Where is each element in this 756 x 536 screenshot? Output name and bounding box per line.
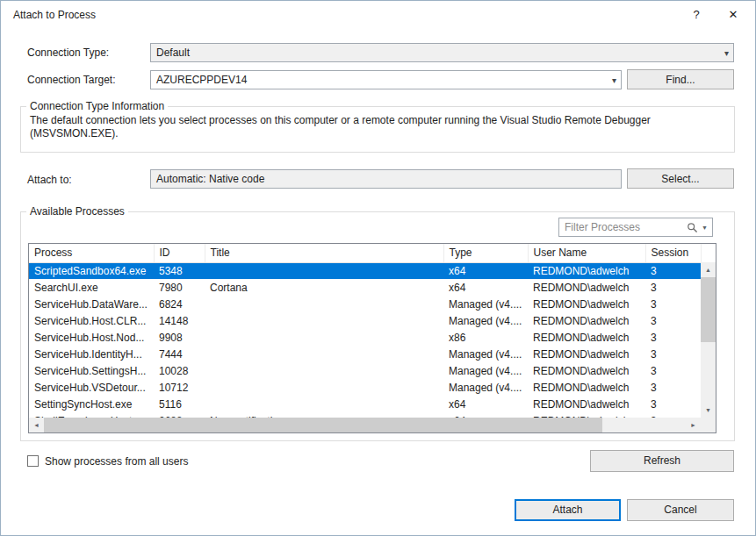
process-cell[interactable] (205, 312, 443, 329)
process-cell[interactable]: x64 (443, 279, 528, 296)
process-cell[interactable]: ServiceHub.Host.CLR... (29, 312, 154, 329)
process-cell[interactable]: 10712 (154, 379, 205, 396)
process-cell[interactable] (205, 346, 443, 362)
process-cell[interactable] (205, 262, 443, 279)
process-cell[interactable]: 5116 (154, 396, 205, 412)
process-cell[interactable]: ServiceHub.Host.Nod... (29, 329, 154, 346)
close-button[interactable]: ✕ (719, 1, 747, 28)
process-cell[interactable]: Managed (v4.... (443, 379, 528, 396)
process-cell[interactable]: REDMOND\adwelch (528, 312, 645, 329)
process-cell[interactable]: REDMOND\adwelch (528, 262, 645, 279)
connection-type-information-group: Connection Type Information The default … (20, 106, 735, 153)
process-cell[interactable]: 3 (645, 279, 701, 296)
connection-type-label: Connection Type: (27, 46, 109, 59)
process-cell[interactable]: ScriptedSandbox64.exe (29, 262, 154, 279)
help-button[interactable]: ? (682, 1, 710, 28)
show-all-users-checkbox[interactable] (27, 455, 39, 467)
search-icon[interactable] (685, 222, 700, 233)
process-cell[interactable]: x64 (443, 262, 528, 279)
process-cell[interactable]: SearchUI.exe (29, 279, 154, 296)
process-row[interactable]: ServiceHub.VSDetour...10712Managed (v4..… (29, 379, 701, 396)
process-cell[interactable]: 6824 (154, 296, 205, 312)
process-cell[interactable] (205, 362, 443, 379)
process-cell[interactable]: x86 (443, 329, 528, 346)
show-all-users-label[interactable]: Show processes from all users (45, 455, 188, 468)
process-cell[interactable]: ServiceHub.SettingsH... (29, 362, 154, 379)
process-row[interactable]: ServiceHub.SettingsH...10028Managed (v4.… (29, 362, 701, 379)
process-cell[interactable]: REDMOND\adwelch (528, 279, 645, 296)
process-cell[interactable]: 10028 (154, 362, 205, 379)
column-header-username[interactable]: User Name (528, 244, 645, 262)
process-row[interactable]: ScriptedSandbox64.exe5348x64REDMOND\adwe… (29, 262, 701, 279)
process-cell[interactable]: REDMOND\adwelch (528, 396, 645, 412)
scroll-left-button[interactable]: ◄ (29, 418, 44, 432)
connection-type-combobox[interactable]: Default ▾ (150, 43, 734, 62)
process-row[interactable]: SettingSyncHost.exe5116x64REDMOND\adwelc… (29, 396, 701, 412)
process-cell[interactable]: Cortana (205, 279, 443, 296)
column-header-process[interactable]: Process (29, 244, 154, 262)
process-cell[interactable]: 3 (645, 346, 701, 362)
process-cell[interactable] (205, 296, 443, 312)
process-cell[interactable]: REDMOND\adwelch (528, 329, 645, 346)
connection-target-input[interactable] (156, 74, 607, 86)
column-header-type[interactable]: Type (443, 244, 528, 262)
process-cell[interactable]: 5348 (154, 262, 205, 279)
filter-dropdown-icon[interactable]: ▼ (700, 225, 712, 231)
attach-to-field[interactable]: Automatic: Native code (150, 169, 622, 189)
process-cell[interactable]: REDMOND\adwelch (528, 296, 645, 312)
process-cell[interactable] (205, 379, 443, 396)
process-row[interactable]: ServiceHub.Host.Nod...9908x86REDMOND\adw… (29, 329, 701, 346)
process-cell[interactable]: 3 (645, 362, 701, 379)
process-cell[interactable]: 3 (645, 329, 701, 346)
process-cell[interactable]: 9908 (154, 329, 205, 346)
scroll-right-button[interactable]: ► (686, 418, 701, 432)
process-cell[interactable]: Managed (v4.... (443, 312, 528, 329)
column-header-session[interactable]: Session (645, 244, 701, 262)
connection-target-label: Connection Target: (27, 74, 116, 86)
process-row[interactable]: ServiceHub.Host.CLR...14148Managed (v4..… (29, 312, 701, 329)
process-cell[interactable]: 3 (645, 296, 701, 312)
refresh-button[interactable]: Refresh (590, 450, 734, 472)
scroll-up-button[interactable]: ▲ (701, 262, 716, 277)
select-button[interactable]: Select... (627, 168, 734, 189)
process-cell[interactable] (205, 329, 443, 346)
vertical-scroll-thumb[interactable] (701, 277, 716, 342)
process-cell[interactable]: Managed (v4.... (443, 362, 528, 379)
process-cell[interactable]: 7444 (154, 346, 205, 362)
connection-target-combobox[interactable]: ▾ (150, 70, 622, 89)
cancel-button[interactable]: Cancel (627, 499, 734, 521)
process-row[interactable]: SearchUI.exe7980Cortanax64REDMOND\adwelc… (29, 279, 701, 296)
horizontal-scroll-thumb[interactable] (44, 418, 602, 432)
filter-processes-input[interactable] (559, 221, 685, 233)
process-cell[interactable] (205, 396, 443, 412)
process-row[interactable]: ServiceHub.DataWare...6824Managed (v4...… (29, 296, 701, 312)
process-cell[interactable]: 3 (645, 262, 701, 279)
process-cell[interactable]: 3 (645, 312, 701, 329)
available-processes-group: Available Processes ▼ Process (20, 211, 735, 441)
process-row[interactable]: ServiceHub.IdentityH...7444Managed (v4..… (29, 346, 701, 362)
horizontal-scroll-track[interactable] (44, 418, 686, 432)
process-cell[interactable]: REDMOND\adwelch (528, 346, 645, 362)
find-button[interactable]: Find... (627, 69, 734, 89)
process-cell[interactable]: ServiceHub.VSDetour... (29, 379, 154, 396)
process-cell[interactable]: ServiceHub.DataWare... (29, 296, 154, 312)
column-header-title[interactable]: Title (205, 244, 443, 262)
vertical-scrollbar[interactable]: ▲ ▼ (701, 262, 716, 418)
process-cell[interactable]: 3 (645, 379, 701, 396)
process-cell[interactable]: 7980 (154, 279, 205, 296)
process-cell[interactable]: ServiceHub.IdentityH... (29, 346, 154, 362)
process-cell[interactable]: x64 (443, 396, 528, 412)
process-cell[interactable]: Managed (v4.... (443, 346, 528, 362)
process-cell[interactable]: REDMOND\adwelch (528, 379, 645, 396)
process-cell[interactable]: REDMOND\adwelch (528, 362, 645, 379)
column-header-id[interactable]: ID (154, 244, 205, 262)
titlebar[interactable]: Attach to Process ? ✕ (1, 1, 755, 28)
process-cell[interactable]: 14148 (154, 312, 205, 329)
vertical-scroll-track[interactable] (701, 277, 716, 403)
process-cell[interactable]: Managed (v4.... (443, 296, 528, 312)
process-cell[interactable]: 3 (645, 396, 701, 412)
horizontal-scrollbar[interactable]: ◄ ► (29, 418, 701, 432)
process-cell[interactable]: SettingSyncHost.exe (29, 396, 154, 412)
scroll-down-button[interactable]: ▼ (701, 403, 716, 418)
attach-button[interactable]: Attach (515, 499, 621, 521)
